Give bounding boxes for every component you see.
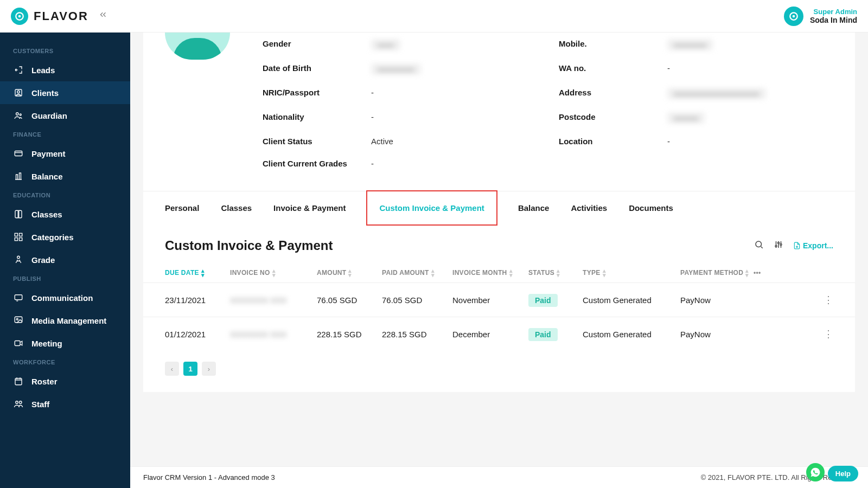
svg-rect-14	[15, 295, 22, 300]
svg-point-21	[756, 241, 762, 247]
sidebar: CUSTOMERSLeadsClientsGuardianFINANCEPaym…	[0, 33, 130, 488]
export-button[interactable]: Export...	[793, 241, 833, 250]
table-header-actions: •••	[754, 268, 833, 277]
svg-point-6	[16, 113, 19, 115]
sort-icon: ▴▾	[201, 268, 205, 277]
svg-point-20	[20, 401, 22, 404]
profile-field: Nationality-	[263, 106, 537, 130]
tab-documents[interactable]: Documents	[629, 191, 673, 224]
profile-field: Location-	[559, 130, 833, 152]
svg-point-13	[17, 256, 20, 259]
svg-point-19	[16, 401, 18, 404]
grade-icon	[13, 254, 24, 265]
topbar: FLAVOR Super Admin Soda In Mind	[0, 0, 868, 33]
pagination: ‹ 1 ›	[143, 351, 855, 392]
tab-personal[interactable]: Personal	[165, 191, 199, 224]
sidebar-section-label: PUBLISH	[0, 271, 130, 286]
sidebar-item-roster[interactable]: Roster	[0, 370, 130, 393]
classes-icon	[13, 209, 24, 220]
client-profile-panel: GenderxxxxMobile.xxxxxxxxDate of Birthxx…	[143, 33, 855, 191]
profile-field: Postcodexxxxxx	[559, 106, 833, 130]
sort-icon: ▴▾	[348, 268, 352, 277]
sidebar-item-leads[interactable]: Leads	[0, 59, 130, 81]
media-icon	[13, 315, 24, 326]
whatsapp-button[interactable]	[806, 463, 825, 481]
sort-icon: ▴▾	[557, 268, 560, 277]
table-header[interactable]: TYPE▴▾	[583, 268, 680, 277]
sidebar-section-label: WORKFORCE	[0, 355, 130, 370]
communication-icon	[13, 292, 24, 303]
sidebar-item-classes[interactable]: Classes	[0, 203, 130, 226]
tab-custom-invoice-payment[interactable]: Custom Invoice & Payment	[366, 190, 497, 226]
tab-invoice-payment[interactable]: Invoice & Payment	[273, 191, 346, 224]
profile-field: Addressxxxxxxxxxxxxxxxxxxxxx	[559, 81, 833, 106]
table-header[interactable]: INVOICE NO▴▾	[230, 268, 317, 277]
invoice-table: DUE DATE▴▾INVOICE NO▴▾AMOUNT▴▾PAID AMOUN…	[143, 263, 855, 351]
help-button[interactable]: Help	[828, 466, 858, 481]
user-name: Soda In Mind	[810, 16, 857, 24]
profile-field: NRIC/Passport-	[263, 81, 537, 106]
sidebar-item-communication[interactable]: Communication	[0, 286, 130, 309]
tab-activities[interactable]: Activities	[571, 191, 607, 224]
pagination-next[interactable]: ›	[202, 362, 216, 376]
table-row: 23/11/2021XXXXXXX XXX76.05 SGD76.05 SGDN…	[143, 282, 855, 317]
sidebar-item-balance[interactable]: Balance	[0, 165, 130, 188]
user-avatar-icon	[784, 7, 803, 26]
profile-field: Mobile.xxxxxxxx	[559, 33, 833, 57]
profile-field: Client StatusActive	[263, 130, 537, 152]
status-badge: Paid	[528, 294, 558, 307]
svg-point-7	[20, 114, 21, 115]
profile-field: Date of Birthxxxxxxxxx	[263, 57, 537, 81]
section-title: Custom Invoice & Payment	[165, 238, 754, 253]
status-badge: Paid	[528, 328, 558, 341]
table-header[interactable]: PAID AMOUNT▴▾	[382, 268, 452, 277]
user-role: Super Admin	[810, 8, 857, 16]
user-menu[interactable]: Super Admin Soda In Mind	[784, 7, 857, 26]
svg-point-23	[777, 242, 779, 244]
svg-rect-11	[15, 238, 17, 241]
sidebar-item-categories[interactable]: Categories	[0, 226, 130, 248]
sidebar-item-clients[interactable]: Clients	[0, 81, 130, 104]
roster-icon	[13, 376, 24, 387]
pagination-page-1[interactable]: 1	[183, 362, 197, 376]
row-actions-icon[interactable]: ⋮	[824, 329, 833, 339]
sidebar-item-media-management[interactable]: Media Management	[0, 309, 130, 332]
staff-icon	[13, 399, 24, 409]
svg-rect-8	[15, 151, 22, 156]
sidebar-collapse-button[interactable]	[98, 10, 108, 22]
sidebar-section-label: FINANCE	[0, 127, 130, 142]
sidebar-item-staff[interactable]: Staff	[0, 393, 130, 415]
table-header[interactable]: DUE DATE▴▾	[165, 268, 230, 277]
table-header[interactable]: INVOICE MONTH▴▾	[452, 268, 528, 277]
meeting-icon	[13, 338, 24, 349]
tab-balance[interactable]: Balance	[518, 191, 550, 224]
table-header[interactable]: STATUS▴▾	[528, 268, 583, 277]
client-avatar	[165, 33, 230, 60]
tab-classes[interactable]: Classes	[221, 191, 252, 224]
table-header[interactable]: AMOUNT▴▾	[317, 268, 382, 277]
categories-icon	[13, 232, 24, 242]
leads-icon	[13, 65, 24, 75]
logo-icon	[11, 8, 28, 25]
logo[interactable]: FLAVOR	[11, 8, 88, 25]
search-icon[interactable]	[754, 240, 764, 252]
svg-point-3	[793, 15, 795, 17]
profile-field: WA no.-	[559, 57, 833, 81]
sort-icon: ▴▾	[509, 268, 513, 277]
profile-field: Client Current Grades-	[263, 152, 537, 175]
client-tabs: PersonalClassesInvoice & PaymentCustom I…	[143, 191, 855, 224]
filter-icon[interactable]	[774, 240, 783, 252]
sidebar-item-guardian[interactable]: Guardian	[0, 104, 130, 127]
svg-rect-12	[20, 238, 22, 241]
row-actions-icon[interactable]: ⋮	[824, 294, 833, 305]
sort-icon: ▴▾	[603, 268, 606, 277]
svg-rect-18	[15, 378, 22, 385]
table-header[interactable]: PAYMENT METHOD▴▾	[680, 268, 754, 277]
sidebar-item-payment[interactable]: Payment	[0, 142, 130, 165]
profile-field: Genderxxxx	[263, 33, 537, 57]
sidebar-item-grade[interactable]: Grade	[0, 248, 130, 271]
sidebar-section-label: CUSTOMERS	[0, 43, 130, 59]
svg-rect-9	[15, 233, 17, 236]
sidebar-item-meeting[interactable]: Meeting	[0, 332, 130, 355]
pagination-prev[interactable]: ‹	[165, 362, 179, 376]
